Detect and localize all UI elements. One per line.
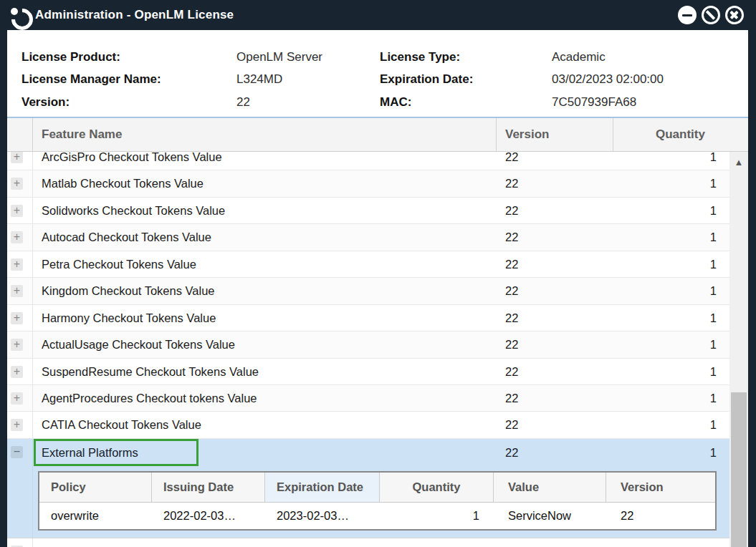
nested-column-header[interactable]: Version: [606, 473, 717, 502]
feature-version: 22: [505, 170, 518, 196]
table-row[interactable]: + Matlab Checkout Tokens Value 22 1: [7, 170, 729, 197]
table-row[interactable]: + CATIA Checkout Tokens Value 22 1: [7, 412, 729, 438]
table-row[interactable]: + ActualUsage Checkout Tokens Value 22 1: [7, 331, 729, 358]
window-controls: [678, 6, 744, 24]
feature-name: ArcGisPro Checkout Tokens Value: [42, 152, 222, 170]
feature-quantity: 1: [710, 439, 717, 466]
column-header-feature-name[interactable]: Feature Name: [42, 118, 122, 151]
header-divider: [496, 118, 497, 151]
collapse-button[interactable]: −: [11, 446, 23, 458]
openlm-logo-icon: [10, 6, 28, 24]
feature-version: 22: [505, 538, 518, 547]
feature-name: Kingdom Checkout Tokens Value: [42, 278, 215, 304]
feature-table-body: + ArcGisPro Checkout Tokens Value 22 1 +…: [7, 152, 729, 547]
row-expander-button[interactable]: +: [11, 152, 23, 163]
feature-quantity: 1: [710, 224, 717, 250]
feature-name: ActualUsage Checkout Tokens Value: [42, 331, 235, 357]
feature-version: 22: [505, 385, 518, 411]
feature-name: Harmony Checkout Tokens Value: [42, 305, 216, 331]
feature-version: 22: [505, 251, 518, 277]
feature-version: 22: [505, 439, 518, 466]
feature-name: CATIA Checkout Tokens Value: [42, 412, 201, 437]
nested-cell: 1: [380, 503, 494, 529]
feature-quantity: 1: [710, 152, 717, 170]
feature-version: 22: [505, 278, 518, 304]
partial-row[interactable]: + External Platforms 22 1: [7, 538, 729, 547]
feature-name: External Platforms: [42, 439, 138, 466]
row-expander-button[interactable]: +: [11, 419, 23, 431]
table-row[interactable]: + Harmony Checkout Tokens Value 22 1: [7, 305, 729, 331]
license-type-value: Academic: [552, 49, 606, 65]
row-expander-button[interactable]: +: [11, 312, 23, 324]
feature-name: External Platforms: [42, 538, 138, 547]
nested-column-header[interactable]: Value: [494, 473, 606, 502]
table-row[interactable]: + SuspendResume Checkout Tokens Value 22…: [7, 359, 729, 385]
minimize-icon[interactable]: [678, 6, 697, 24]
table-row[interactable]: + Petra Checkout Tokens Value 22 1: [7, 251, 729, 278]
background-page-left-edge: [0, 30, 7, 547]
feature-quantity: 1: [710, 359, 717, 384]
administration-license-dialog: Administration - OpenLM License License …: [0, 0, 756, 547]
column-header-version[interactable]: Version: [505, 118, 549, 151]
nested-column-header[interactable]: Issuing Date: [152, 473, 265, 502]
nested-column-header[interactable]: Policy: [39, 473, 152, 502]
license-product-label: License Product:: [21, 49, 120, 65]
feature-quantity: 1: [710, 412, 717, 437]
feature-quantity: 1: [710, 385, 717, 411]
row-expander-button[interactable]: +: [11, 392, 23, 405]
row-expander-button[interactable]: +: [11, 339, 23, 351]
table-row[interactable]: + Solidworks Checkout Tokens Value 22 1: [7, 198, 729, 224]
feature-version: 22: [505, 412, 518, 437]
feature-table-header: Feature Name Version Quantity: [7, 118, 748, 152]
feature-version: 22: [505, 305, 518, 331]
feature-name: Solidworks Checkout Tokens Value: [42, 198, 225, 223]
feature-name: Petra Checkout Tokens Value: [42, 251, 196, 277]
version-label: Version:: [21, 95, 70, 110]
column-header-quantity[interactable]: Quantity: [613, 118, 748, 151]
license-type-label: License Type:: [380, 49, 460, 65]
table-row[interactable]: + Autocad Checkout Tokens Value 22 1: [7, 224, 729, 251]
table-row[interactable]: + AgentProcedures Checkout tokens Value …: [7, 385, 729, 412]
dialog-titlebar: Administration - OpenLM License: [0, 0, 756, 30]
row-expander-button[interactable]: +: [11, 231, 23, 243]
license-product-value: OpenLM Server: [236, 49, 322, 65]
license-manager-name-label: License Manager Name:: [21, 72, 161, 87]
nested-cell: 22: [606, 503, 717, 529]
nested-cell: 2023-02-03…: [265, 503, 380, 529]
row-expander-button[interactable]: +: [11, 258, 23, 271]
nested-cell: 2022-02-03…: [152, 503, 265, 529]
feature-version: 22: [505, 224, 518, 250]
expiration-date-label: Expiration Date:: [380, 72, 473, 87]
feature-quantity: 1: [710, 170, 717, 196]
feature-rows: + ArcGisPro Checkout Tokens Value 22 1 +…: [7, 152, 729, 439]
feature-quantity: 1: [710, 278, 717, 304]
vertical-scrollbar[interactable]: ▲: [729, 152, 748, 547]
table-row[interactable]: + Kingdom Checkout Tokens Value 22 1: [7, 278, 729, 304]
mac-label: MAC:: [380, 95, 411, 110]
feature-name: Autocad Checkout Tokens Value: [42, 224, 211, 250]
row-expander-button[interactable]: +: [11, 178, 23, 190]
nested-column-header[interactable]: Expiration Date: [265, 473, 380, 502]
close-icon[interactable]: [725, 6, 744, 24]
row-expander-button[interactable]: +: [11, 366, 23, 378]
feature-name: Matlab Checkout Tokens Value: [42, 170, 204, 196]
feature-quantity: 1: [710, 198, 717, 223]
row-expander-button[interactable]: +: [11, 285, 23, 297]
scrollbar-thumb[interactable]: [731, 392, 747, 547]
scroll-up-arrow-icon[interactable]: ▲: [729, 153, 748, 172]
feature-name: AgentProcedures Checkout tokens Value: [42, 385, 257, 411]
header-divider: [32, 118, 33, 151]
feature-version: 22: [505, 198, 518, 223]
nested-header-row: PolicyIssuing DateExpiration DateQuantit…: [39, 473, 715, 503]
table-row[interactable]: + ArcGisPro Checkout Tokens Value 22 1: [7, 152, 729, 170]
nested-data-row[interactable]: overwrite2022-02-03…2023-02-03…1ServiceN…: [39, 503, 715, 529]
row-expander-button[interactable]: +: [11, 205, 23, 217]
block-icon[interactable]: [702, 6, 720, 24]
feature-name: SuspendResume Checkout Tokens Value: [42, 359, 259, 384]
feature-quantity: 1: [710, 305, 717, 331]
license-info-panel: License Product: OpenLM Server License M…: [7, 30, 748, 117]
feature-quantity: 1: [710, 251, 717, 277]
expanded-row-external-platforms[interactable]: − External Platforms 22 1 PolicyIssuing …: [7, 439, 729, 538]
nested-column-header[interactable]: Quantity: [380, 473, 494, 502]
nested-cell: overwrite: [39, 503, 152, 529]
